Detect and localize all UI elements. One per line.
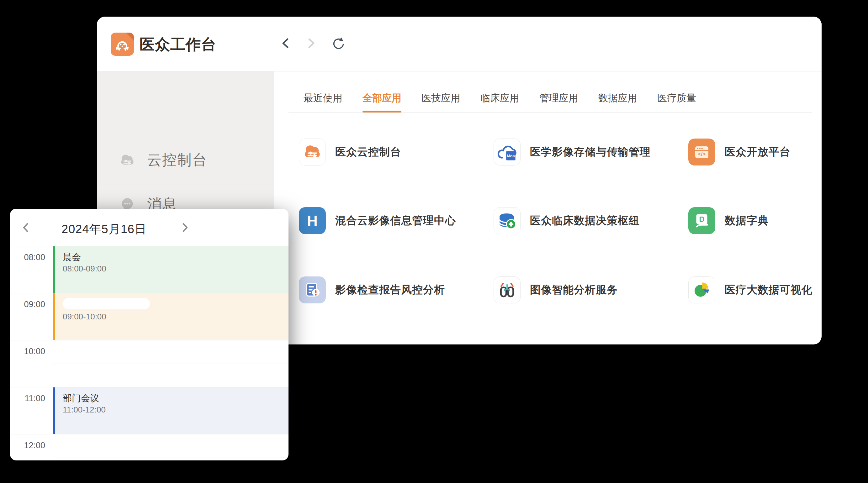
app-tile: </>	[688, 138, 715, 165]
logo-fold-corner	[126, 33, 134, 41]
event-time: 11:00-12:00	[63, 405, 288, 414]
report-alert-icon	[301, 279, 323, 301]
tab-medtech-apps[interactable]: 医技应用	[422, 91, 460, 106]
app-label: 医众开放平台	[725, 145, 790, 159]
tab-quality[interactable]: 医疗质量	[657, 91, 696, 106]
app-label: 医疗大数据可视化	[725, 283, 812, 297]
hour-label: 11:00	[10, 393, 45, 404]
letter-d-text: D	[699, 215, 704, 223]
window-header: 医众工作台	[97, 17, 822, 71]
app-data-dictionary[interactable]: D 数据字典	[688, 207, 769, 234]
app-label: 混合云影像信息管理中心	[335, 214, 456, 228]
pie-chart-icon	[691, 279, 713, 301]
letter-h-icon: H	[307, 212, 317, 229]
cloud-sliders-icon	[301, 141, 323, 163]
calendar-next-button[interactable]	[178, 220, 192, 235]
app-label: 影像检查报告风控分析	[335, 283, 445, 297]
app-label: 图像智能分析服务	[530, 283, 618, 297]
back-arrow-icon	[279, 36, 292, 50]
app-label: 医众临床数据决策枢纽	[530, 214, 640, 228]
back-button[interactable]	[278, 35, 294, 52]
cloud-mos-icon: Mos	[496, 141, 518, 163]
calendar-event-department-meeting[interactable]: 部门会议 11:00-12:00	[53, 387, 288, 434]
app-open-platform[interactable]: </> 医众开放平台	[688, 138, 790, 166]
app-category-tabs: 最近使用 全部应用 医技应用 临床应用 管理应用 数据应用 医疗质量	[304, 91, 696, 106]
app-tile	[299, 138, 326, 165]
sidebar-item-label: 云控制台	[147, 151, 207, 170]
tab-data-apps[interactable]: 数据应用	[598, 91, 637, 106]
tab-clinical-apps[interactable]: 临床应用	[480, 91, 519, 106]
dictionary-icon: D	[691, 210, 713, 232]
lungs-icon	[496, 279, 518, 301]
tab-management-apps[interactable]: 管理应用	[539, 91, 578, 106]
app-bigdata-visualization[interactable]: 医疗大数据可视化	[688, 276, 812, 304]
app-tile	[688, 277, 715, 303]
sidebar-item-cloud-console[interactable]: 云控制台	[97, 146, 274, 174]
event-title: 晨会	[63, 252, 288, 262]
app-cloud-console[interactable]: 医众云控制台	[299, 138, 401, 166]
mos-badge-text: Mos	[507, 154, 515, 158]
app-label: 医众云控制台	[335, 145, 401, 159]
event-time: 08:00-09:00	[63, 264, 288, 273]
app-logo	[111, 33, 134, 56]
app-clinical-data-hub[interactable]: 医众临床数据决策枢纽	[494, 207, 640, 234]
event-title: 部门会议	[63, 393, 288, 404]
half-hour-gridline	[53, 363, 288, 364]
app-tile: D	[688, 207, 715, 234]
cloud-console-icon	[118, 151, 136, 169]
hour-label: 12:00	[10, 440, 45, 451]
tab-divider	[288, 112, 812, 112]
hour-gridline	[10, 340, 288, 341]
app-image-ai-analysis[interactable]: 图像智能分析服务	[494, 276, 618, 304]
code-glyph-text: </>	[698, 151, 706, 157]
app-label: 医学影像存储与传输管理	[530, 145, 651, 159]
refresh-button[interactable]	[330, 35, 346, 52]
event-time: 09:00-10:00	[63, 312, 288, 321]
calendar-event-redacted[interactable]: 09:00-10:00	[53, 293, 288, 340]
app-tile	[494, 207, 521, 234]
screenshot-root: 医众工作台	[0, 0, 868, 483]
half-hour-gridline	[53, 458, 288, 458]
app-tile: H	[299, 207, 326, 234]
app-title: 医众工作台	[140, 36, 216, 53]
redacted-event-title	[63, 298, 150, 309]
hour-label: 09:00	[10, 299, 45, 310]
app-imaging-storage[interactable]: Mos 医学影像存储与传输管理	[494, 138, 651, 166]
refresh-icon	[330, 36, 345, 51]
calendar-date: 2024年5月16日	[48, 221, 160, 237]
calendar-event-morning-meeting[interactable]: 晨会 08:00-09:00	[53, 246, 288, 293]
app-tile: Mos	[494, 138, 521, 165]
code-window-icon: </>	[691, 141, 713, 163]
forward-arrow-icon	[305, 36, 317, 50]
app-hybrid-cloud-center[interactable]: H 混合云影像信息管理中心	[299, 207, 456, 234]
app-label: 数据字典	[725, 214, 769, 228]
hour-label: 08:00	[10, 252, 45, 263]
chevron-right-icon	[180, 222, 190, 233]
chevron-left-icon	[21, 222, 30, 233]
hour-label: 10:00	[10, 346, 45, 357]
app-tile	[494, 277, 521, 303]
forward-button[interactable]	[303, 35, 319, 52]
database-plus-icon	[496, 210, 518, 232]
app-tile	[299, 277, 326, 303]
hour-gridline	[10, 434, 288, 434]
tab-recent[interactable]: 最近使用	[304, 91, 342, 106]
calendar-panel: 2024年5月16日 08:00 09:00 10:00 11:00 12:00…	[10, 209, 288, 460]
calendar-header: 2024年5月16日	[10, 209, 288, 246]
app-report-risk-analysis[interactable]: 影像检查报告风控分析	[299, 276, 445, 304]
tab-all-apps[interactable]: 全部应用	[363, 91, 401, 106]
calendar-prev-button[interactable]	[19, 220, 33, 235]
